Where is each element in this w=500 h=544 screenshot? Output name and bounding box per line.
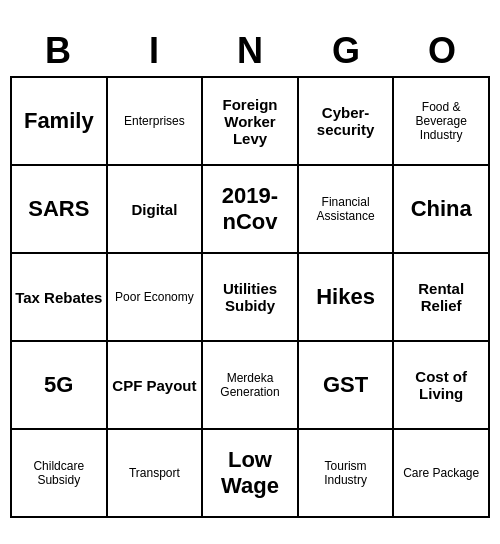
bingo-cell-21: Transport: [108, 430, 204, 518]
bingo-cell-4: Food & Beverage Industry: [394, 78, 490, 166]
header-o: O: [394, 26, 490, 76]
bingo-cell-24: Care Package: [394, 430, 490, 518]
bingo-cell-23: Tourism Industry: [299, 430, 395, 518]
bingo-cell-2: Foreign Worker Levy: [203, 78, 299, 166]
bingo-cell-8: Financial Assistance: [299, 166, 395, 254]
bingo-cell-12: Utilities Subidy: [203, 254, 299, 342]
bingo-cell-1: Enterprises: [108, 78, 204, 166]
bingo-cell-18: GST: [299, 342, 395, 430]
bingo-cell-9: China: [394, 166, 490, 254]
bingo-cell-6: Digital: [108, 166, 204, 254]
header-n: N: [202, 26, 298, 76]
bingo-board: B I N G O FamilyEnterprisesForeign Worke…: [10, 26, 490, 518]
header-g: G: [298, 26, 394, 76]
header-b: B: [10, 26, 106, 76]
bingo-cell-13: Hikes: [299, 254, 395, 342]
bingo-cell-0: Family: [12, 78, 108, 166]
bingo-cell-11: Poor Economy: [108, 254, 204, 342]
bingo-cell-15: 5G: [12, 342, 108, 430]
bingo-cell-17: Merdeka Generation: [203, 342, 299, 430]
bingo-grid: FamilyEnterprisesForeign Worker LevyCybe…: [10, 76, 490, 518]
bingo-cell-7: 2019-nCov: [203, 166, 299, 254]
header-i: I: [106, 26, 202, 76]
bingo-cell-22: Low Wage: [203, 430, 299, 518]
bingo-cell-16: CPF Payout: [108, 342, 204, 430]
bingo-cell-19: Cost of Living: [394, 342, 490, 430]
bingo-cell-3: Cyber-security: [299, 78, 395, 166]
bingo-cell-5: SARS: [12, 166, 108, 254]
bingo-header: B I N G O: [10, 26, 490, 76]
bingo-cell-20: Childcare Subsidy: [12, 430, 108, 518]
bingo-cell-14: Rental Relief: [394, 254, 490, 342]
bingo-cell-10: Tax Rebates: [12, 254, 108, 342]
